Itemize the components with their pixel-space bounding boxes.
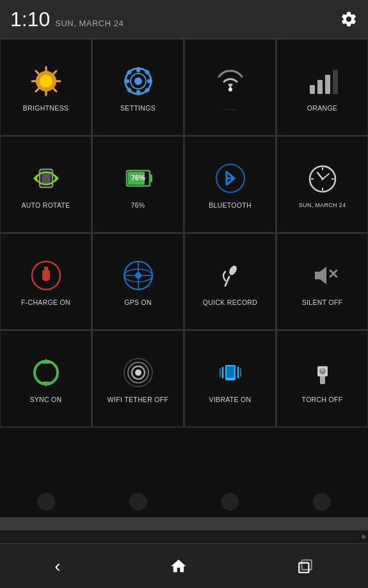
settings-tile[interactable]: SETTINGS: [92, 39, 184, 135]
torch-tile[interactable]: TORCH OFF: [276, 330, 368, 427]
navigation-bar: ‹: [0, 543, 368, 588]
clock-icon: [305, 161, 340, 197]
svg-marker-29: [55, 174, 59, 182]
svg-rect-13: [136, 67, 140, 72]
settings-icon: [120, 63, 156, 99]
f-charge-icon: [28, 258, 64, 293]
svg-point-72: [321, 369, 324, 371]
f-charge-label: F-CHARGE ON: [21, 298, 70, 306]
svg-marker-28: [33, 174, 37, 182]
silent-icon: [305, 258, 340, 293]
svg-line-37: [317, 173, 323, 179]
svg-line-6: [36, 71, 38, 74]
empty-area: [0, 428, 368, 517]
svg-point-75: [221, 493, 239, 511]
svg-point-52: [227, 264, 238, 276]
auto-rotate-icon: [28, 160, 64, 196]
orange-tile[interactable]: ORANGE: [276, 39, 368, 135]
scrollbar-indicator: [362, 535, 365, 539]
back-button[interactable]: ‹: [42, 551, 73, 582]
svg-line-38: [323, 174, 329, 179]
wifi-tether-label: WIFI TETHER OFF: [108, 396, 168, 403]
signal-bars-icon: [305, 63, 340, 99]
svg-line-7: [54, 89, 56, 91]
home-button[interactable]: [157, 552, 200, 580]
clock-date-label: SUN, MARCH 24: [299, 202, 346, 208]
vibrate-icon: [212, 355, 248, 391]
svg-rect-24: [325, 75, 330, 94]
f-charge-tile[interactable]: F-CHARGE ON: [0, 233, 92, 330]
gps-tile[interactable]: GPS ON: [92, 233, 184, 330]
svg-rect-14: [136, 90, 140, 95]
svg-line-53: [225, 277, 229, 286]
bluetooth-label: BLUETOOTH: [209, 201, 252, 209]
svg-point-76: [313, 493, 331, 511]
svg-rect-69: [320, 375, 325, 384]
settings-gear-icon[interactable]: [340, 10, 358, 28]
wifi-signal-tile[interactable]: ........: [184, 39, 276, 135]
svg-point-74: [129, 493, 147, 511]
svg-rect-45: [44, 267, 46, 271]
signal-label: ........: [223, 105, 237, 111]
wifi-tether-tile[interactable]: WIFI TETHER OFF: [92, 330, 184, 427]
bluetooth-tile[interactable]: BLUETOOTH: [184, 136, 276, 233]
date: SUN, MARCH 24: [55, 19, 124, 28]
svg-point-59: [135, 369, 141, 376]
orange-label: ORANGE: [307, 104, 337, 112]
quick-settings-grid: BRIGHTNESS SETTINGS: [0, 38, 368, 530]
svg-point-1: [40, 75, 52, 88]
settings-label: SETTINGS: [120, 104, 156, 112]
quick-record-tile[interactable]: QUICK RECORD: [184, 233, 276, 330]
torch-icon: [305, 355, 340, 391]
gps-icon: [120, 258, 156, 293]
auto-rotate-label: AUTO ROTATE: [21, 201, 70, 209]
svg-rect-46: [46, 267, 48, 271]
svg-text:76%: 76%: [131, 174, 145, 182]
svg-rect-22: [310, 85, 315, 94]
sync-label: SYNC ON: [30, 396, 62, 403]
svg-rect-44: [42, 270, 50, 275]
vibrate-label: VIBRATE ON: [209, 396, 252, 403]
svg-rect-16: [147, 79, 152, 83]
svg-point-11: [134, 77, 142, 85]
svg-rect-31: [150, 174, 152, 182]
clock-tile[interactable]: SUN, MARCH 24: [276, 136, 368, 233]
svg-rect-64: [227, 366, 234, 378]
wifi-tether-icon: [120, 355, 156, 391]
sync-icon: [28, 355, 64, 391]
svg-line-9: [36, 89, 38, 91]
svg-rect-23: [317, 80, 323, 94]
clock: 1:10: [10, 8, 50, 31]
bluetooth-icon: [212, 160, 248, 196]
vibrate-tile[interactable]: VIBRATE ON: [184, 330, 276, 427]
torch-label: TORCH OFF: [302, 396, 343, 403]
svg-rect-25: [333, 70, 338, 94]
battery-icon: 76%: [120, 160, 156, 196]
mic-icon: [212, 258, 248, 293]
quick-record-label: QUICK RECORD: [203, 298, 257, 306]
sync-tile[interactable]: SYNC ON: [0, 330, 92, 427]
svg-point-51: [135, 272, 141, 279]
auto-rotate-tile[interactable]: AUTO ROTATE: [0, 136, 92, 233]
brightness-tile[interactable]: BRIGHTNESS: [0, 39, 92, 135]
svg-rect-78: [301, 560, 311, 569]
time-section: 1:10 SUN, MARCH 24: [10, 8, 124, 31]
svg-point-73: [37, 493, 55, 511]
silent-tile[interactable]: SILENT OFF: [276, 233, 368, 330]
svg-marker-54: [315, 267, 326, 284]
scrollbar-area: [0, 530, 368, 543]
brightness-icon: [28, 63, 64, 99]
svg-point-21: [228, 88, 232, 91]
battery-tile[interactable]: 76% 76%: [92, 136, 184, 233]
recents-button[interactable]: [284, 553, 326, 580]
svg-rect-77: [299, 562, 308, 572]
gps-label: GPS ON: [124, 298, 152, 306]
svg-rect-15: [124, 79, 129, 83]
wifi-icon: [212, 64, 248, 100]
battery-label: 76%: [131, 201, 145, 209]
brightness-label: BRIGHTNESS: [23, 104, 68, 112]
silent-label: SILENT OFF: [302, 298, 342, 306]
svg-line-8: [54, 71, 56, 74]
status-bar: 1:10 SUN, MARCH 24: [0, 0, 368, 38]
